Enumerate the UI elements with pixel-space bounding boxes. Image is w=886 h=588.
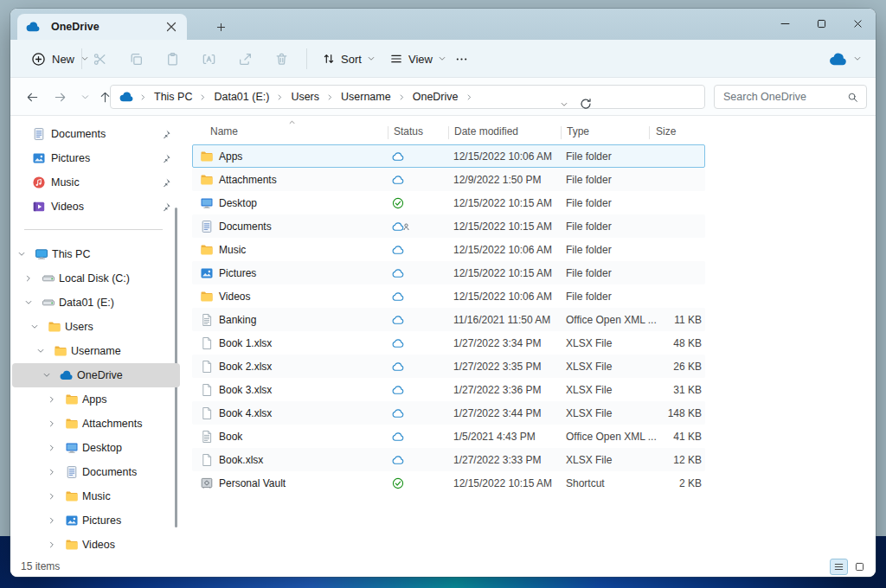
large-icons-view-button[interactable]: [851, 559, 869, 575]
breadcrumb-item[interactable]: Username: [336, 88, 396, 105]
file-row-banking[interactable]: Banking11/16/2021 11:50 AMOffice Open XM…: [192, 308, 705, 331]
chevron-right-icon[interactable]: [48, 540, 56, 549]
chevron-down-icon[interactable]: [30, 323, 39, 331]
breadcrumb-item[interactable]: Data01 (E:): [209, 88, 274, 105]
sidebar-item-data01-e-[interactable]: Data01 (E:): [12, 291, 180, 315]
sidebar-item-desktop[interactable]: Desktop: [12, 436, 180, 460]
copy-button[interactable]: [123, 43, 149, 74]
column-header-name[interactable]: Name: [210, 125, 238, 137]
sidebar-item-attachments[interactable]: Attachments: [12, 412, 180, 436]
file-row-music[interactable]: Music12/15/2022 10:06 AMFile folder: [192, 238, 705, 261]
new-button[interactable]: New: [24, 46, 96, 72]
file-row-book-3-xlsx[interactable]: Book 3.xlsx1/27/2022 3:36 PMXLSX File31 …: [192, 378, 705, 401]
forward-button[interactable]: [49, 87, 70, 106]
chevron-right-icon[interactable]: [24, 274, 33, 283]
pin-icon[interactable]: [160, 201, 171, 213]
sidebar-item-documents[interactable]: Documents: [12, 122, 180, 146]
pin-icon[interactable]: [160, 177, 171, 189]
tab-close-icon[interactable]: [164, 20, 178, 34]
file-row-book[interactable]: Book1/5/2021 4:43 PMOffice Open XML ...4…: [192, 425, 705, 448]
file-row-documents[interactable]: Documents12/15/2022 10:15 AMFile folder: [192, 214, 705, 238]
chevron-right-icon[interactable]: [48, 468, 56, 476]
breadcrumb[interactable]: This PCData01 (E:)UsersUsernameOneDrive: [110, 85, 705, 109]
delete-button[interactable]: [268, 43, 294, 74]
sidebar-item-this-pc[interactable]: This PC: [12, 242, 180, 266]
share-button[interactable]: [232, 43, 258, 74]
breadcrumb-item[interactable]: OneDrive: [408, 88, 464, 105]
date-modified: 12/15/2022 10:06 AM: [453, 150, 552, 163]
sidebar-item-videos[interactable]: Videos: [12, 195, 180, 219]
column-header-type[interactable]: Type: [567, 125, 589, 137]
minimize-button[interactable]: [767, 9, 803, 38]
column-divider[interactable]: [388, 126, 388, 139]
chevron-down-icon[interactable]: [42, 371, 51, 380]
column-header-date-modified[interactable]: Date modified: [454, 125, 518, 137]
status-cell: [391, 430, 414, 444]
address-dropdown-icon[interactable]: [560, 100, 568, 109]
details-view-button[interactable]: [830, 559, 848, 575]
view-button[interactable]: View: [382, 46, 453, 72]
file-row-videos[interactable]: Videos12/15/2022 10:06 AMFile folder: [192, 284, 705, 308]
column-divider[interactable]: [561, 126, 562, 139]
column-divider[interactable]: [448, 126, 449, 139]
file-type: XLSX File: [566, 407, 612, 419]
sidebar-item-pictures[interactable]: Pictures: [12, 508, 180, 533]
paste-button[interactable]: [159, 43, 185, 74]
close-button[interactable]: [839, 9, 876, 38]
chevron-down-icon[interactable]: [24, 298, 33, 307]
file-row-attachments[interactable]: Attachments12/9/2022 1:50 PMFile folder: [192, 168, 705, 191]
more-options-button[interactable]: [448, 46, 474, 72]
file-row-personal-vault[interactable]: Personal Vault12/15/2022 10:15 AMShortcu…: [192, 471, 705, 495]
chevron-right-icon[interactable]: [48, 395, 56, 404]
file-name: Apps: [219, 150, 242, 163]
window-controls: [767, 9, 876, 40]
chevron-right-icon[interactable]: [48, 516, 56, 525]
column-divider[interactable]: [649, 126, 650, 139]
file-type: File folder: [566, 267, 612, 279]
file-row-apps[interactable]: Apps12/15/2022 10:06 AMFile folder: [192, 144, 705, 168]
breadcrumb-item[interactable]: Users: [286, 88, 324, 105]
file-row-desktop[interactable]: Desktop12/15/2022 10:15 AMFile folder: [192, 191, 705, 214]
chevron-down-icon[interactable]: [17, 250, 26, 259]
sidebar-item-documents[interactable]: Documents: [12, 460, 180, 484]
pin-icon[interactable]: [160, 153, 171, 164]
sidebar-item-apps[interactable]: Apps: [12, 387, 180, 412]
sidebar-item-onedrive[interactable]: OneDrive: [12, 363, 180, 387]
sidebar-item-users[interactable]: Users: [12, 315, 180, 339]
tab-onedrive[interactable]: OneDrive: [17, 14, 187, 40]
pin-icon[interactable]: [160, 129, 171, 140]
sidebar-item-music[interactable]: Music: [12, 484, 180, 508]
maximize-button[interactable]: [803, 9, 839, 38]
sidebar-item-videos[interactable]: Videos: [12, 533, 180, 557]
sidebar-item-local-disk-c-[interactable]: Local Disk (C:): [12, 266, 180, 291]
search-input[interactable]: [723, 86, 840, 108]
file-size: 11 KB: [638, 314, 702, 326]
sidebar-item-pictures[interactable]: Pictures: [12, 146, 180, 170]
computer-icon: [35, 247, 48, 261]
sort-button[interactable]: Sort: [315, 46, 382, 72]
new-tab-button[interactable]: [211, 17, 230, 36]
status-cell: [391, 360, 414, 374]
file-row-book-2-xlsx[interactable]: Book 2.xlsx1/27/2022 3:35 PMXLSX File26 …: [192, 355, 705, 378]
large-icons-view-icon: [854, 561, 865, 572]
column-header-size[interactable]: Size: [656, 125, 676, 137]
minimize-icon: [780, 18, 791, 29]
onedrive-sync-button[interactable]: [829, 46, 862, 72]
refresh-icon[interactable]: [579, 97, 593, 111]
sidebar-item-username[interactable]: Username: [12, 339, 180, 363]
sidebar-item-music[interactable]: Music: [12, 170, 180, 195]
chevron-right-icon[interactable]: [48, 444, 56, 452]
column-header-status[interactable]: Status: [394, 125, 423, 137]
back-button[interactable]: [22, 87, 42, 106]
file-row-book-xlsx[interactable]: Book.xlsx1/27/2022 3:33 PMXLSX File12 KB: [192, 448, 705, 471]
file-row-book-1-xlsx[interactable]: Book 1.xlsx1/27/2022 3:34 PMXLSX File48 …: [192, 331, 705, 355]
rename-button[interactable]: [196, 43, 222, 74]
cut-button[interactable]: [87, 43, 112, 74]
breadcrumb-item[interactable]: This PC: [149, 88, 197, 105]
chevron-down-icon[interactable]: [36, 347, 45, 355]
chevron-right-icon[interactable]: [48, 419, 56, 428]
chevron-right-icon[interactable]: [48, 492, 56, 501]
file-row-book-4-xlsx[interactable]: Book 4.xlsx1/27/2022 3:44 PMXLSX File148…: [192, 401, 705, 425]
file-row-pictures[interactable]: Pictures12/15/2022 10:15 AMFile folder: [192, 261, 705, 284]
recent-locations-button[interactable]: [74, 87, 95, 106]
